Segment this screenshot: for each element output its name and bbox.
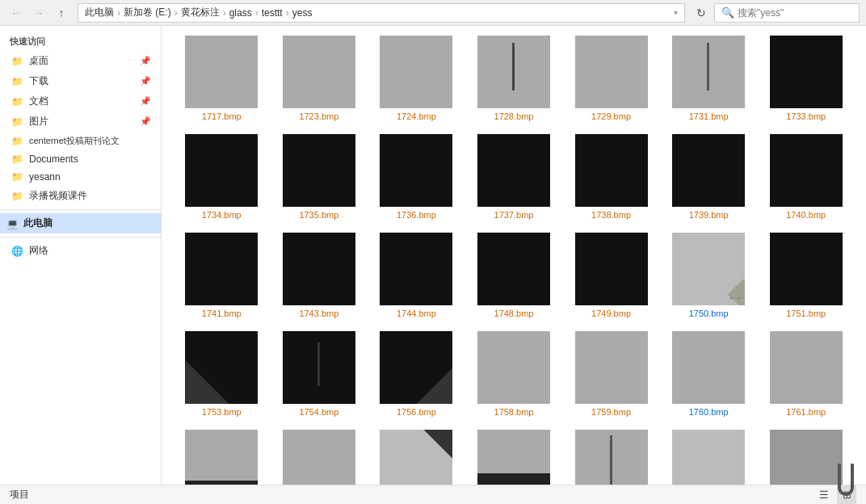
breadcrumb-folder4: yess	[292, 7, 313, 19]
file-name: 1733.bmp	[786, 111, 826, 121]
folder-icon: 📁	[10, 171, 24, 183]
search-input[interactable]	[738, 7, 852, 19]
file-thumbnail	[380, 134, 452, 207]
up-button[interactable]: ↑	[52, 3, 71, 23]
file-thumbnail	[672, 134, 745, 207]
list-item[interactable]: 1749.bmp	[564, 229, 658, 321]
file-thumbnail	[185, 331, 258, 404]
list-item[interactable]: 1717.bmp	[174, 32, 269, 124]
breadcrumb-dropdown[interactable]: ▾	[674, 8, 678, 17]
list-item[interactable]: 1731.bmp	[662, 32, 756, 124]
file-name: 1750.bmp	[689, 309, 729, 318]
sidebar-item-recordings[interactable]: 📁 录播视频课件	[0, 186, 161, 206]
list-item[interactable]: 1736.bmp	[369, 131, 464, 223]
file-thumbnail	[185, 233, 258, 305]
list-item[interactable]: 1748.bmp	[467, 229, 561, 321]
list-item[interactable]: 1762.bmp	[174, 426, 269, 485]
sidebar-item-downloads[interactable]: 📁 下载 📌	[0, 71, 161, 91]
list-item[interactable]: 1735.bmp	[272, 131, 367, 223]
file-thumbnail	[770, 36, 843, 108]
sidebar-item-label: 文档	[29, 94, 48, 108]
sidebar-item-pictures[interactable]: 📁 图片 📌	[0, 111, 161, 132]
file-thumbnail	[575, 331, 648, 404]
sidebar-item-label: 录播视频课件	[29, 189, 87, 203]
breadcrumb[interactable]: 此电脑 › 新加卷 (E:) › 黄花标注 › glass › testtt ›…	[78, 3, 685, 23]
file-name: 1741.bmp	[202, 309, 242, 318]
sidebar-item-centernet[interactable]: 📁 centernet投稿期刊论文	[0, 132, 161, 150]
refresh-button[interactable]: ↻	[692, 3, 711, 23]
file-name: 1738.bmp	[591, 210, 631, 220]
back-button[interactable]: ←	[6, 3, 26, 23]
list-item[interactable]: 1743.bmp	[272, 229, 367, 321]
list-item[interactable]: 1753.bmp	[174, 328, 269, 420]
list-item[interactable]: 1738.bmp	[564, 131, 658, 223]
list-item[interactable]: 1763.bmp	[272, 426, 367, 485]
file-name: 1756.bmp	[397, 407, 436, 417]
sidebar: 快速访问 📁 桌面 📌 📁 下载 📌 📁 文档 📌 📁 图片 📌 📁 cente…	[0, 26, 162, 485]
file-thumbnail	[185, 36, 258, 108]
file-thumbnail	[477, 134, 550, 207]
file-thumbnail	[575, 233, 648, 305]
breadcrumb-folder1: 黄花标注	[181, 6, 220, 19]
folder-icon: 📁	[10, 96, 24, 107]
list-item[interactable]: 1759.bmp	[564, 328, 658, 420]
list-item[interactable]: 1729.bmp	[564, 32, 658, 124]
file-name: 1723.bmp	[299, 111, 338, 121]
sidebar-item-network[interactable]: 🌐 网络	[0, 241, 161, 261]
list-item[interactable]: 1744.bmp	[369, 229, 464, 321]
file-name: 1751.bmp	[786, 309, 826, 318]
list-item[interactable]: 1723.bmp	[272, 32, 367, 124]
file-thumbnail	[477, 430, 550, 485]
file-name: 1717.bmp	[202, 111, 242, 121]
list-item[interactable]: 1761.bmp	[759, 328, 853, 420]
sidebar-item-label: 下载	[29, 74, 48, 88]
list-item[interactable]: 1765.bmp	[467, 426, 561, 485]
file-name: 1743.bmp	[299, 309, 338, 318]
list-item[interactable]: 1724.bmp	[369, 32, 464, 124]
file-name: 1758.bmp	[494, 407, 534, 417]
sidebar-item-label: 网络	[29, 244, 48, 258]
list-item[interactable]: 1737.bmp	[467, 131, 561, 223]
list-item[interactable]: 1767.bmp	[662, 426, 756, 485]
network-icon: 🌐	[10, 246, 24, 257]
folder-icon: 📁	[10, 76, 24, 87]
sidebar-item-desktop[interactable]: 📁 桌面 📌	[0, 51, 161, 71]
list-item[interactable]: 1734.bmp	[174, 131, 269, 223]
list-item[interactable]: 1728.bmp	[467, 32, 561, 124]
list-item[interactable]: 1751.bmp	[759, 229, 853, 321]
pin-icon: 📌	[140, 116, 151, 127]
file-content-area: 1717.bmp 1723.bmp 1724.bmp 1728.bmp 1729…	[162, 26, 866, 485]
file-name: 1735.bmp	[299, 210, 338, 220]
sidebar-this-pc[interactable]: 💻 此电脑	[0, 213, 161, 233]
file-thumbnail	[770, 331, 843, 404]
file-thumbnail	[770, 134, 843, 207]
sidebar-item-docs2[interactable]: 📁 Documents	[0, 150, 161, 168]
list-item[interactable]: ✦ ✦ 1750.bmp	[662, 229, 756, 321]
list-item[interactable]: 1740.bmp	[759, 131, 853, 223]
file-name: 1736.bmp	[397, 210, 436, 220]
file-thumbnail	[575, 430, 648, 485]
sidebar-item-documents[interactable]: 📁 文档 📌	[0, 91, 161, 111]
list-item[interactable]: 1756.bmp	[369, 328, 464, 420]
file-thumbnail	[283, 36, 355, 108]
folder-icon: 📁	[10, 116, 24, 128]
file-name: 1759.bmp	[591, 407, 631, 417]
file-thumbnail	[185, 430, 258, 485]
list-item[interactable]: 1739.bmp	[662, 131, 756, 223]
this-pc-icon: 💻	[6, 218, 19, 229]
file-thumbnail: ✦ ✦	[672, 233, 745, 305]
list-item[interactable]: 1758.bmp	[467, 328, 561, 420]
list-item[interactable]: 1764.bmp	[369, 426, 464, 485]
view-details-button[interactable]: ☰	[814, 485, 834, 505]
sidebar-item-yesann[interactable]: 📁 yesann	[0, 168, 161, 186]
status-items-label: 项目	[10, 488, 29, 502]
list-item[interactable]: 1741.bmp	[174, 229, 269, 321]
file-name: 1754.bmp	[299, 407, 338, 417]
forward-button[interactable]: →	[29, 3, 48, 23]
list-item[interactable]: 1760.bmp	[662, 328, 756, 420]
list-item[interactable]: 1754.bmp	[272, 328, 367, 420]
search-bar[interactable]: 🔍	[714, 3, 860, 23]
list-item[interactable]: 1766.bmp	[564, 426, 658, 485]
list-item[interactable]: 1733.bmp	[759, 32, 853, 124]
sidebar-item-label: 图片	[29, 115, 48, 128]
